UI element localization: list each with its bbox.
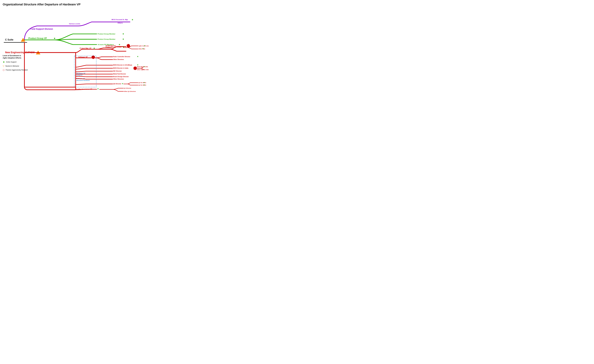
pg-more-star: ★: [119, 43, 120, 46]
pg-member1-label: Product Group Member: [98, 33, 115, 35]
project-mgt-vp-label: Project Mgt. VP: [80, 47, 91, 49]
qa-director1-star: ★: [122, 83, 123, 85]
others-top-label: Others: [118, 22, 123, 24]
other-mgrs-india-label: Other Mgrs in India: [137, 69, 149, 70]
mcs-star-icon: ★: [131, 19, 133, 21]
page-title: Organizational Structure After Departure…: [3, 3, 146, 6]
agile-coach-label: Agile Coach (James C.): [139, 45, 149, 46]
sw-vp-absorbed-label2: absorbed hardware: [76, 79, 90, 81]
diagram-area: Field Support Division Various Levels MC…: [3, 9, 146, 96]
agile-coach-star: ★: [144, 45, 145, 47]
various-levels-label: Various Levels: [69, 23, 80, 25]
pg-member1-star: ★: [122, 33, 124, 35]
metal-fab-label: Metal Fab Director: [113, 73, 126, 75]
legend-neutral-label: Neutral in Behavior: [5, 65, 19, 67]
bios-us-label: BIOS Director in US (Mitya): [113, 64, 132, 66]
qa-for-bios1-label: QA for BIOS: [139, 82, 146, 83]
qa-director2-label: QA Director: [124, 87, 131, 89]
product-group-vp-label: Product Group VP: [28, 37, 47, 40]
nic-director-label: NIC Director: [113, 70, 122, 72]
project-mgt-vp-star: ★: [93, 47, 95, 49]
qa-vp-label: Quality Assurance VP: [76, 88, 92, 90]
qa-for-bios2-label: QA for BIOS: [139, 84, 146, 86]
c-suite-label: C Suite: [5, 38, 13, 41]
legend-title: Level of Enrollment inAgile Adoption Eff…: [3, 55, 30, 59]
hw-vp-resigned-label2: resigned: [76, 74, 82, 76]
legend-active-support-label: Active Support: [6, 61, 16, 63]
qa-bios2-star: ★: [143, 84, 145, 86]
software-vp-label: Software VP: [78, 56, 88, 58]
mcs-focused-label: MCS Focused Sr. Mgr: [112, 19, 128, 20]
bios-mgr-india-label: BIOS Mgr in India: [137, 66, 148, 67]
legend-item-triangle: ▽ Neutral in Behavior: [3, 65, 30, 67]
qa-bios1-star: ★: [143, 82, 145, 84]
other-pms-star: ★: [142, 48, 144, 50]
bios-us-star: ★: [137, 64, 139, 66]
node-controller-star: ★: [137, 55, 139, 58]
other-directors2-label: Other Directors: [113, 78, 124, 80]
legend: Level of Enrollment inAgile Adoption Eff…: [3, 55, 30, 73]
bios-india-hex-icon: [134, 66, 137, 70]
other-directors1-label: Other Directors: [113, 59, 124, 60]
legend-item-hex: ⬡ Passive Aggressively Resisted: [3, 69, 30, 71]
pg-member2-star: ★: [122, 38, 124, 40]
legend-triangle-icon: ▽: [3, 65, 4, 67]
bios-india-label: BIOS Director in India: [113, 67, 128, 69]
pg-vp-star-icon: ★: [54, 37, 56, 40]
qa-director1-label: QA Director: [113, 83, 122, 85]
legend-item-star: ★ Active Support: [3, 60, 30, 64]
board-design-label: Board Design Director: [113, 76, 129, 77]
pg-member2-label: Product Group Member: [98, 38, 115, 40]
field-support-label: Field Support Division: [30, 28, 53, 30]
node-controller-label: Node Controller Director: [113, 56, 130, 57]
other-pms-label: Other PMs: [139, 48, 145, 50]
other-qa-directors-label: Other QA Directors: [124, 91, 136, 92]
legend-hex-icon: ⬡: [3, 69, 5, 71]
project-mgt-dir-label: Project Mgt. Dir (Trent): [106, 46, 121, 48]
qa-vp-star: ★: [97, 88, 99, 90]
legend-passive-label: Passive Aggressively Resisted: [6, 69, 28, 71]
legend-star-icon: ★: [3, 60, 5, 64]
bios-mgr-india-star: ★: [143, 66, 145, 67]
